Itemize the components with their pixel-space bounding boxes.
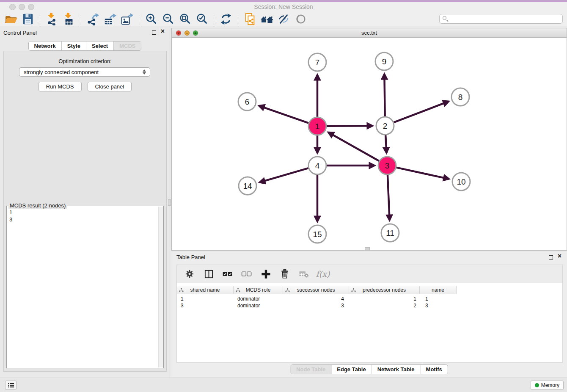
mcds-result-box: MCDS result (2 nodes) 1 3 — [6, 206, 164, 368]
import-table-button[interactable] — [61, 12, 77, 26]
export-image-button[interactable] — [118, 12, 135, 26]
export-network-button[interactable] — [85, 12, 102, 26]
table-header-row: shared name MCDS role successor nodes — [177, 286, 562, 294]
houses-icon — [260, 12, 274, 26]
control-panel: Control Panel × Network Style Select MCD… — [0, 26, 170, 378]
tab-motifs[interactable]: Motifs — [421, 365, 448, 374]
dropdown-stepper-icon — [143, 69, 146, 75]
graph-edge-3-10[interactable] — [396, 168, 449, 179]
table-settings-button[interactable] — [184, 268, 195, 280]
delete-table-button[interactable] — [298, 268, 310, 280]
function-icon: f(x) — [316, 269, 330, 279]
column-header-shared-name[interactable]: shared name — [177, 286, 234, 294]
network-frame-title: scc.txt — [172, 30, 567, 36]
graph-edge-3-1[interactable] — [328, 133, 379, 161]
zoom-fit-button[interactable] — [176, 12, 193, 26]
delete-table-icon — [298, 268, 309, 279]
float-panel-icon[interactable] — [152, 30, 156, 35]
table-row[interactable]: 1 dominator 4 1 1 — [177, 295, 562, 302]
graph-edge-4-14[interactable] — [260, 168, 308, 182]
zoom-selected-icon — [195, 13, 208, 25]
select-all-columns-button[interactable] — [222, 268, 234, 280]
graph-edge-1-6[interactable] — [259, 106, 308, 123]
show-graphics-details-button[interactable] — [292, 12, 309, 26]
export-table-button[interactable] — [102, 12, 118, 26]
save-floppy-icon — [22, 13, 34, 25]
node-table: shared name MCDS role successor nodes — [176, 283, 563, 363]
float-table-panel-icon[interactable] — [549, 255, 553, 259]
open-session-button[interactable] — [3, 12, 19, 26]
memory-button[interactable]: Memory — [531, 381, 564, 390]
clone-network-button[interactable] — [242, 12, 259, 26]
column-header-predecessor-nodes[interactable]: predecessor nodes — [349, 286, 420, 294]
delete-column-button[interactable] — [279, 268, 291, 280]
hide-details-icon — [278, 13, 290, 25]
function-builder-button[interactable]: f(x) — [317, 268, 329, 280]
tab-edge-table[interactable]: Edge Table — [331, 365, 372, 374]
toolbar-separator — [81, 14, 81, 25]
mcds-buttons-row: Run MCDS Close panel — [4, 82, 166, 91]
toolbar-separator — [40, 14, 40, 25]
column-header-mcds-role[interactable]: MCDS role — [234, 286, 283, 294]
session-home-button[interactable] — [259, 12, 275, 26]
panel-splitter-handle[interactable] — [168, 199, 171, 206]
hierarchy-icon — [285, 288, 290, 293]
hide-graphics-details-button[interactable] — [275, 12, 292, 26]
graph-edge-1-2[interactable] — [327, 126, 372, 126]
search-input[interactable] — [439, 14, 563, 24]
graph-edge-2-3[interactable] — [385, 135, 386, 153]
zoom-out-button[interactable] — [160, 12, 176, 26]
column-layout-button[interactable] — [203, 268, 215, 280]
criterion-dropdown[interactable]: strongly connected component — [19, 67, 150, 77]
table-toolbar: f(x) — [176, 265, 563, 283]
result-scrollbar[interactable] — [158, 207, 163, 367]
graph-node-label-15: 15 — [313, 230, 322, 239]
graph-node-label-6: 6 — [245, 97, 250, 106]
column-header-name[interactable]: name — [420, 286, 457, 294]
window-title: Session: New Session — [0, 3, 567, 10]
network-frame-titlebar[interactable]: × – + scc.txt — [172, 28, 567, 38]
graph-node-label-7: 7 — [315, 58, 320, 67]
table-tabs: Node Table Edge Table Network Table Moti… — [290, 364, 448, 374]
tab-mcds[interactable]: MCDS — [114, 41, 141, 50]
graph-edge-3-11[interactable] — [388, 175, 390, 220]
columns-icon — [204, 269, 214, 279]
criterion-dropdown-value: strongly connected component — [24, 69, 99, 75]
refresh-button[interactable] — [217, 12, 234, 26]
status-bar: Memory — [0, 378, 567, 392]
tab-select[interactable]: Select — [86, 41, 114, 50]
table-header-filler — [457, 286, 562, 294]
tab-node-table[interactable]: Node Table — [291, 365, 331, 374]
toolbar-separator — [139, 14, 139, 25]
import-network-button[interactable] — [44, 12, 61, 26]
close-table-panel-icon[interactable]: × — [558, 253, 561, 259]
close-panel-icon[interactable]: × — [161, 28, 165, 35]
save-session-button[interactable] — [19, 12, 36, 26]
deselect-all-columns-button[interactable] — [241, 268, 253, 280]
tab-network[interactable]: Network — [29, 41, 62, 50]
window-titlebar: Session: New Session — [0, 2, 567, 12]
checked-boxes-icon — [222, 268, 233, 279]
network-canvas[interactable]: 1234678910111415 — [172, 38, 567, 250]
zoom-selected-button[interactable] — [193, 12, 210, 26]
graph-edge-2-8[interactable] — [394, 102, 449, 122]
graph-node-label-1: 1 — [315, 122, 320, 131]
zoom-in-button[interactable] — [143, 12, 160, 26]
table-row[interactable]: 3 dominator 3 2 3 — [177, 302, 562, 309]
graph-edge-2-9[interactable] — [384, 74, 385, 116]
run-mcds-button[interactable]: Run MCDS — [39, 82, 82, 91]
clone-network-icon — [244, 13, 256, 25]
task-history-button[interactable] — [5, 381, 17, 390]
import-network-icon — [46, 13, 58, 25]
application-window: Session: New Session — [0, 0, 567, 392]
column-header-successor-nodes[interactable]: successor nodes — [283, 286, 349, 294]
graph-node-label-4: 4 — [315, 161, 320, 170]
canvas-splitter-handle[interactable] — [365, 247, 370, 250]
tab-style[interactable]: Style — [62, 41, 86, 50]
mcds-result-text[interactable]: 1 3 — [9, 209, 12, 223]
add-column-button[interactable] — [260, 268, 272, 280]
graph-node-label-2: 2 — [383, 121, 388, 130]
list-icon — [7, 381, 15, 389]
tab-network-table[interactable]: Network Table — [372, 365, 421, 374]
close-panel-button[interactable]: Close panel — [88, 82, 132, 91]
